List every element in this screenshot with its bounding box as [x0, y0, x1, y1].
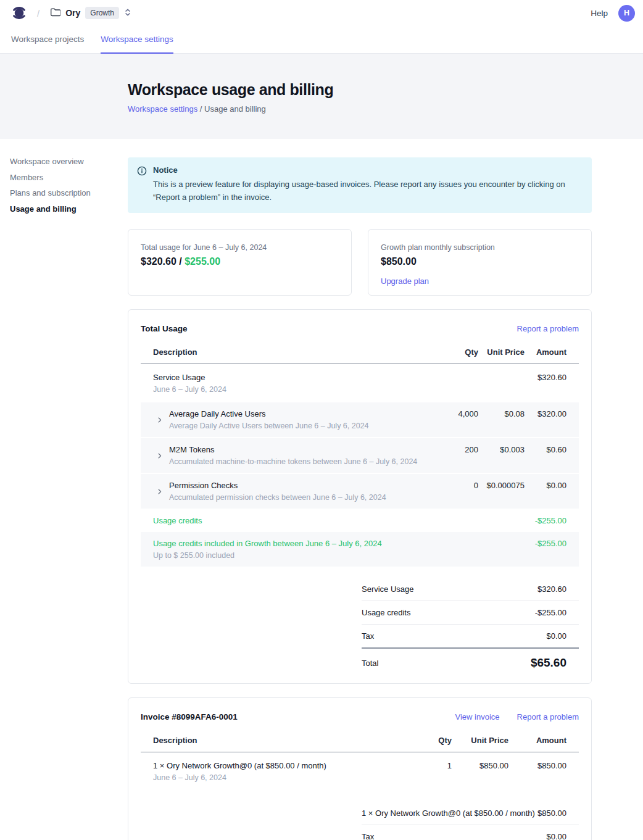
- invoice-table-header: Description Qty Unit Price Amount: [141, 731, 579, 752]
- row-unit-price: $0.000075: [478, 480, 525, 490]
- usage-amount: $320.60: [141, 256, 176, 267]
- help-link[interactable]: Help: [591, 9, 608, 18]
- summary-label: Usage credits: [362, 608, 410, 617]
- subscription-card: Growth plan monthly subscription $850.00…: [368, 229, 592, 296]
- summary-value: $850.00: [537, 809, 566, 818]
- row-subtitle: Accumulated permission checks between Ju…: [169, 493, 386, 502]
- summary-value: -$255.00: [535, 608, 566, 617]
- topbar-separator: /: [37, 8, 39, 19]
- chevron-right-icon[interactable]: [156, 452, 163, 459]
- table-row-usage-credits: Usage credits -$255.00: [141, 510, 579, 532]
- col-description: Description: [153, 736, 409, 745]
- total-usage-label: Total usage for June 6 – July 6, 2024: [141, 243, 339, 252]
- view-invoice-link[interactable]: View invoice: [455, 712, 500, 721]
- avatar[interactable]: H: [618, 5, 635, 22]
- table-row-usage-credits-included: Usage credits included in Growth between…: [141, 532, 579, 567]
- report-problem-link-invoice[interactable]: Report a problem: [517, 712, 579, 721]
- table-row-permission-checks[interactable]: Permission Checks Accumulated permission…: [141, 474, 579, 509]
- row-title: Usage credits included in Growth between…: [153, 538, 435, 549]
- col-qty: Qty: [435, 347, 478, 357]
- page-header: Workspace usage and billing Workspace se…: [0, 54, 643, 139]
- info-icon: [137, 166, 147, 204]
- upgrade-plan-link[interactable]: Upgrade plan: [381, 277, 429, 286]
- ory-logo-icon[interactable]: [11, 5, 27, 21]
- summary-label: 1 × Ory Network Growth@0 (at $850.00 / m…: [362, 809, 535, 818]
- summary-label: Tax: [362, 832, 374, 840]
- breadcrumb-link-workspace-settings[interactable]: Workspace settings: [128, 104, 197, 114]
- row-title: Permission Checks: [169, 480, 386, 491]
- summary-label: Service Usage: [362, 584, 414, 594]
- summary-row-service-usage: Service Usage $320.60: [362, 578, 579, 601]
- summary-label: Tax: [362, 631, 374, 641]
- summary-value: $0.00: [546, 832, 566, 840]
- breadcrumb-separator: /: [197, 104, 204, 114]
- row-subtitle: June 6 – July 6, 2024: [153, 385, 435, 394]
- invoice-title: Invoice #8099AFA6-0001: [141, 712, 238, 721]
- row-title: Usage credits: [153, 515, 435, 526]
- usage-credits-amount: $255.00: [185, 256, 220, 267]
- chevron-right-icon[interactable]: [156, 488, 163, 495]
- col-unit-price: Unit Price: [478, 347, 525, 357]
- row-subtitle: Accumulated machine-to-machine tokens be…: [169, 457, 417, 467]
- breadcrumb-current: Usage and billing: [204, 104, 266, 114]
- total-label: Total: [362, 659, 378, 668]
- workspace-tabbar: Workspace projects Workspace settings: [0, 26, 643, 54]
- sidebar-item-plans-and-subscription[interactable]: Plans and subscription: [10, 189, 122, 197]
- col-amount: Amount: [508, 736, 566, 745]
- content-area: Notice This is a preview feature for dis…: [128, 139, 592, 840]
- summary-row-total: Total $65.60: [362, 649, 579, 683]
- row-subtitle: June 6 – July 6, 2024: [153, 773, 409, 783]
- folder-icon: [50, 7, 60, 19]
- summary-row-usage-credits: Usage credits -$255.00: [362, 601, 579, 625]
- row-unit-price: $0.003: [478, 444, 525, 454]
- row-unit-price: $850.00: [452, 760, 508, 770]
- row-title: 1 × Ory Network Growth@0 (at $850.00 / m…: [153, 760, 409, 771]
- tab-workspace-projects[interactable]: Workspace projects: [11, 26, 84, 54]
- row-title: Average Daily Active Users: [169, 409, 369, 419]
- total-value: $65.60: [531, 656, 566, 670]
- row-amount: $0.00: [525, 480, 566, 490]
- sidebar-item-workspace-overview[interactable]: Workspace overview: [10, 157, 122, 165]
- row-amount: -$255.00: [525, 538, 566, 548]
- table-row-service-usage: Service Usage June 6 – July 6, 2024 $320…: [141, 364, 579, 402]
- notice-banner: Notice This is a preview feature for dis…: [128, 157, 592, 213]
- row-qty: 4,000: [435, 409, 478, 418]
- total-usage-card: Total usage for June 6 – July 6, 2024 $3…: [128, 229, 352, 296]
- invoice-row-growth-plan: 1 × Ory Network Growth@0 (at $850.00 / m…: [141, 752, 579, 791]
- total-usage-table-card: Total Usage Report a problem Description…: [128, 309, 592, 684]
- summary-value: $320.60: [537, 584, 566, 594]
- sidebar-item-members[interactable]: Members: [10, 173, 122, 181]
- table-row-m2m-tokens[interactable]: M2M Tokens Accumulated machine-to-machin…: [141, 438, 579, 473]
- sidebar-item-usage-and-billing[interactable]: Usage and billing: [10, 205, 122, 213]
- chevron-updown-icon: [124, 8, 131, 19]
- row-subtitle: Up to $ 255.00 included: [153, 551, 435, 560]
- row-qty: 1: [409, 760, 452, 770]
- workspace-switcher[interactable]: Ory Growth: [50, 7, 131, 19]
- summary-value: $0.00: [546, 631, 566, 641]
- col-unit-price: Unit Price: [452, 736, 508, 745]
- col-qty: Qty: [409, 736, 452, 745]
- row-qty: 200: [435, 444, 478, 454]
- usage-table-header: Description Qty Unit Price Amount: [141, 343, 579, 364]
- row-amount: $320.60: [525, 372, 566, 382]
- row-qty: 0: [435, 480, 478, 490]
- row-title: Service Usage: [153, 372, 435, 383]
- workspace-name: Ory: [65, 8, 80, 18]
- usage-summary: Service Usage $320.60 Usage credits -$25…: [362, 578, 579, 683]
- summary-row-plan-line: 1 × Ory Network Growth@0 (at $850.00 / m…: [362, 802, 579, 825]
- row-amount: $320.00: [525, 409, 566, 418]
- chevron-right-icon[interactable]: [156, 417, 163, 423]
- table-row-average-daily-active-users[interactable]: Average Daily Active Users Average Daily…: [141, 402, 579, 437]
- usage-table-title: Total Usage: [141, 324, 188, 333]
- invoice-summary: 1 × Ory Network Growth@0 (at $850.00 / m…: [362, 802, 579, 840]
- breadcrumb: Workspace settings / Usage and billing: [128, 104, 643, 114]
- plan-badge: Growth: [85, 7, 119, 19]
- subscription-label: Growth plan monthly subscription: [381, 243, 579, 252]
- col-amount: Amount: [525, 347, 566, 357]
- topbar: / Ory Growth Help H: [0, 0, 643, 26]
- tab-workspace-settings[interactable]: Workspace settings: [101, 26, 173, 54]
- usage-separator: /: [176, 256, 185, 267]
- notice-body: This is a preview feature for displaying…: [153, 178, 580, 204]
- report-problem-link-usage[interactable]: Report a problem: [517, 324, 579, 333]
- row-amount: -$255.00: [525, 515, 566, 525]
